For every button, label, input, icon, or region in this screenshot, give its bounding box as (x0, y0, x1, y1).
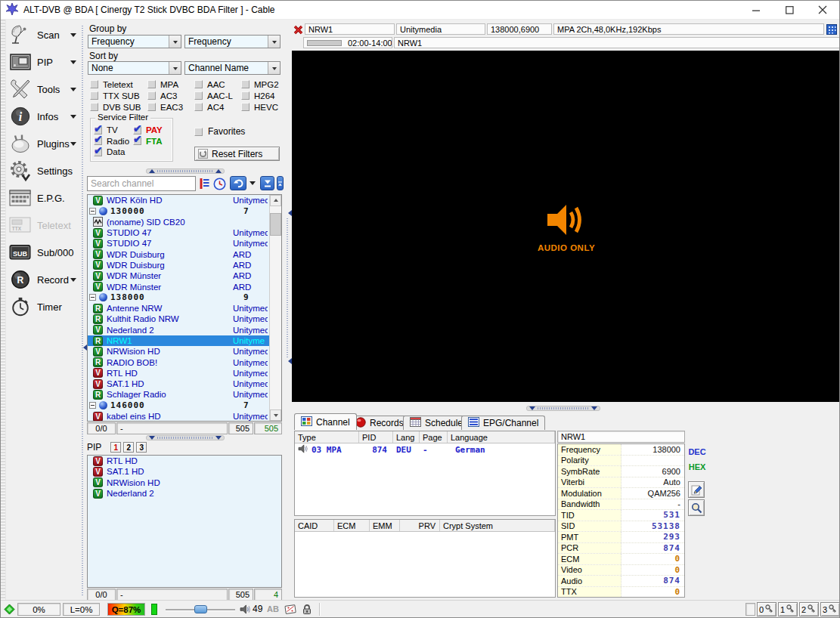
search-pid-button[interactable] (688, 499, 705, 516)
codec-filter-h264[interactable]: H264 (241, 90, 281, 101)
channel-group-row[interactable]: 1300007 (88, 205, 281, 216)
column-header-lang[interactable]: Lang (393, 431, 420, 443)
pip-preset-button-3[interactable]: 3 (136, 442, 147, 453)
channel-row[interactable]: RRADIO BOB!Unitymedi (88, 357, 281, 367)
key-slot-button-2[interactable]: 2 (799, 602, 819, 616)
chevron-down-icon[interactable] (268, 62, 280, 74)
chevron-down-icon[interactable] (70, 142, 76, 149)
chevron-down-icon[interactable] (70, 88, 76, 94)
chevron-down-icon[interactable] (70, 115, 76, 122)
service-filter-fta[interactable]: FTA (133, 136, 172, 147)
column-header-pid[interactable]: PID (359, 431, 393, 443)
sidebar-item-e-p-g[interactable]: E.P.G. (6, 184, 81, 212)
lock-icon[interactable] (302, 604, 312, 616)
collapse-icon[interactable] (89, 294, 96, 301)
group-by-secondary-select[interactable]: Frequency (184, 35, 281, 48)
stop-close-icon[interactable] (293, 24, 303, 35)
chevron-down-icon[interactable] (70, 278, 76, 285)
channel-row[interactable]: VWDR DuisburgARD (88, 249, 281, 259)
channel-row[interactable]: RKulthit Radio NRWUnitymedi (88, 314, 281, 324)
slider-thumb[interactable] (194, 605, 207, 613)
jump-to-bottom-button[interactable] (260, 176, 274, 190)
sidebar-item-timer[interactable]: Timer (6, 293, 81, 320)
codec-filter-ac3[interactable]: AC3 (147, 90, 194, 101)
column-header-crypt-system[interactable]: Crypt System (440, 520, 555, 531)
hex-toggle[interactable]: HEX (688, 462, 706, 471)
channel-row[interactable]: VSTUDIO 47Unitymedi (88, 227, 281, 238)
sidebar-item-tools[interactable]: Tools (6, 76, 81, 103)
edit-button[interactable] (688, 481, 705, 498)
codec-filter-mpa[interactable]: MPA (147, 79, 194, 90)
channel-group-row[interactable]: 1460007 (88, 400, 281, 411)
chevron-down-icon[interactable] (169, 36, 181, 48)
sidebar-item-record[interactable]: RRecord (6, 266, 81, 293)
chevron-down-icon[interactable] (70, 60, 76, 67)
stream-row[interactable]: 03 MPA874DEU-German (295, 443, 555, 456)
channel-row[interactable]: VNederland 2Unitymedi (88, 325, 281, 335)
channel-row[interactable]: RAntenne NRWUnitymedi (88, 303, 281, 314)
channel-row[interactable]: VWDR DuisburgARD (88, 260, 281, 270)
channel-row[interactable]: VSAT.1 HDUnitymedi (88, 379, 281, 389)
sidebar-item-scan[interactable]: Scan (6, 21, 81, 48)
sort-by-secondary-select[interactable]: Channel Name (184, 61, 281, 75)
group-by-primary-select[interactable]: Frequency (88, 35, 181, 48)
channel-row[interactable]: VNRWision HDUnitymedi (88, 346, 281, 357)
history-clock-icon[interactable] (212, 177, 226, 190)
video-splitter[interactable] (284, 20, 291, 601)
grid-settings-icon[interactable] (826, 23, 837, 35)
pip-channel-row[interactable]: VRTL HD (88, 456, 281, 466)
codec-filter-aac-l[interactable]: AAC-L (194, 90, 241, 101)
pip-channel-row[interactable]: VSAT.1 HD (88, 466, 281, 477)
reset-filters-button[interactable]: Reset Filters (194, 147, 280, 161)
codec-filter-eac3[interactable]: EAC3 (147, 101, 194, 113)
channel-row[interactable]: VRTL HDUnitymedi (88, 368, 281, 379)
sidebar-item-sub-000[interactable]: SUBSub/000 (6, 239, 81, 266)
tab-epg-channel[interactable]: EPG/Channel (461, 416, 545, 430)
codec-filter-aac[interactable]: AAC (194, 79, 241, 90)
key-slot-button-1[interactable]: 1 (778, 602, 798, 616)
channel-row[interactable]: RNRW1Unityme (88, 335, 281, 346)
column-header-ecm[interactable]: ECM (334, 520, 370, 531)
codec-filter-ttx-sub[interactable]: TTX SUB (90, 90, 147, 101)
collapse-icon[interactable] (89, 402, 96, 409)
codec-filter-teletext[interactable]: Teletext (90, 79, 147, 90)
channel-row[interactable]: VSTUDIO 47Unitymedi (88, 238, 281, 249)
pip-preset-button-2[interactable]: 2 (123, 442, 134, 453)
key-slot-button-3[interactable]: 3 (820, 602, 840, 616)
undo-button[interactable] (230, 176, 246, 190)
channel-row[interactable]: VWDR Köln HDUnitymedi (88, 195, 281, 205)
search-input[interactable] (87, 176, 196, 191)
tab-records[interactable]: Records (349, 416, 411, 430)
minimize-button[interactable] (739, 1, 773, 19)
scrollbar-thumb[interactable] (270, 213, 281, 236)
pip-channel-row[interactable]: VNederland 2 (88, 488, 281, 499)
bottom-splitter-handle[interactable] (526, 406, 600, 411)
channel-group-row[interactable]: 1380009 (88, 292, 281, 303)
chevron-down-icon[interactable] (169, 62, 181, 74)
column-header-language[interactable]: Language (448, 431, 555, 443)
key-slot-button-0[interactable]: 0 (757, 602, 776, 616)
sort-list-icon[interactable] (199, 177, 209, 190)
channel-list-scrollbar[interactable] (269, 195, 281, 421)
channel-row[interactable]: VWDR MünsterARD (88, 281, 281, 292)
jump-to-top-button[interactable] (277, 176, 284, 190)
dec-toggle[interactable]: DEC (688, 447, 706, 456)
sidebar-splitter[interactable] (80, 20, 85, 601)
codec-filter-hevc[interactable]: HEVC (241, 101, 281, 113)
sidebar-item-settings[interactable]: Settings (6, 157, 81, 184)
sidebar-item-infos[interactable]: iInfos (6, 103, 81, 130)
sidebar-item-pip[interactable]: PIP (6, 48, 81, 76)
speaker-icon[interactable] (240, 604, 251, 617)
maximize-button[interactable] (773, 1, 806, 19)
service-filter-data[interactable]: Data (94, 147, 133, 158)
chevron-down-icon[interactable] (249, 181, 256, 187)
pip-channel-row[interactable]: VNRWision HD (88, 477, 281, 488)
column-header-caid[interactable]: CAID (295, 520, 334, 531)
chevron-down-icon[interactable] (70, 33, 76, 40)
column-header-prv[interactable]: PRV (400, 520, 440, 531)
column-header-type[interactable]: Type (295, 431, 359, 443)
codec-filter-dvb-sub[interactable]: DVB SUB (90, 101, 147, 113)
sort-by-primary-select[interactable]: None (88, 61, 181, 75)
codec-filter-ac4[interactable]: AC4 (194, 101, 241, 113)
pip-splitter-handle[interactable] (146, 435, 225, 440)
